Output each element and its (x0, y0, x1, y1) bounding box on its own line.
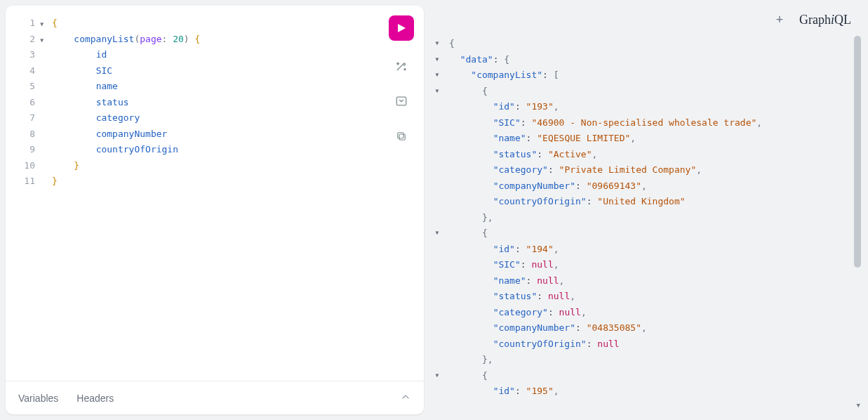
copy-icon (395, 130, 408, 143)
response-viewer[interactable]: ▼▼▼▼▼▼ { "data": { "companyList": [ { "i… (429, 32, 862, 414)
add-tab-button[interactable]: + (773, 13, 787, 27)
plus-icon: + (776, 13, 784, 27)
response-code: { "data": { "companyList": [ { "id": "19… (429, 32, 862, 400)
tab-headers[interactable]: Headers (76, 393, 114, 404)
scrollbar-thumb[interactable] (854, 36, 861, 268)
merge-button[interactable] (392, 91, 411, 111)
line-number-gutter: 1▼2▼34567891011 (6, 6, 46, 381)
fold-gutter: ▼▼▼▼▼▼ (429, 36, 445, 400)
query-code[interactable]: { companyList(page: 20) { id SIC name st… (46, 6, 424, 381)
footer-tabs: Variables Headers (6, 381, 424, 414)
query-editor-panel: 1▼2▼34567891011 { companyList(page: 20) … (6, 6, 424, 414)
graphiql-logo: GraphiQL (799, 13, 851, 27)
play-icon (396, 22, 407, 34)
response-panel: + GraphiQL ▼▼▼▼▼▼ { "data": { "companyLi… (429, 6, 862, 414)
query-editor[interactable]: 1▼2▼34567891011 { companyList(page: 20) … (6, 6, 424, 381)
copy-button[interactable] (392, 126, 411, 146)
svg-rect-1 (399, 134, 405, 140)
prettify-button[interactable] (392, 56, 411, 76)
merge-icon (394, 94, 408, 108)
scroll-down-icon[interactable]: ▼ (857, 398, 860, 414)
tab-variables[interactable]: Variables (18, 393, 58, 404)
magic-wand-icon (394, 59, 408, 73)
chevron-up-icon[interactable] (400, 391, 411, 405)
execute-query-button[interactable] (389, 15, 414, 41)
svg-rect-2 (398, 133, 403, 138)
